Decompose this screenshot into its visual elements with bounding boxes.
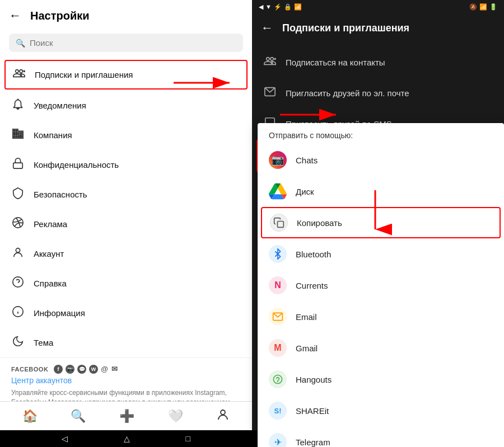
right-panel: ◀ ▼ ⚡ 🔒 📶 🔕 📶 🔋 ← Подписки и приглашения [252,0,504,447]
invite-email-label: Пригласить друзей по эл. почте [286,88,409,98]
chats-label: Chats [296,156,318,165]
left-header: ← Настройки [0,0,252,31]
drive-label: Диск [296,187,314,196]
settings-item-privacy[interactable]: Конфиденциальность [0,150,252,180]
notifications-icon [11,98,25,113]
chats-icon: 📷 [269,151,287,169]
shareit-label: SHAREit [296,406,329,416]
telegram-label: Telegram [296,437,330,447]
share-item-bluetooth[interactable]: Bluetooth [258,238,504,270]
settings-item-help[interactable]: Справка [0,269,252,298]
share-item-email[interactable]: Email [258,301,504,332]
facebook-desc: Управляйте кросс-сервисными функциями в … [11,388,241,401]
account-icon [11,246,25,261]
company-label: Компания [34,130,72,140]
share-item-drive[interactable]: Диск [258,176,504,207]
currents-label: Currents [296,281,328,290]
wifi-icon: 📶 [479,3,487,11]
svg-point-10 [221,410,225,415]
fb-icon-email: ✉ [111,365,118,374]
company-icon [11,128,25,143]
back-button-left[interactable]: ← [9,8,21,23]
ads-icon [11,217,25,232]
info-label: Информация [34,308,85,318]
settings-item-company[interactable]: Компания [0,120,252,150]
nav-profile-icon[interactable] [216,408,230,425]
settings-item-notifications[interactable]: Уведомления [0,91,252,120]
security-icon [11,187,25,202]
notifications-label: Уведомления [34,101,86,110]
share-item-copy[interactable]: Копировать [261,207,501,238]
android-home-left[interactable]: △ [124,434,130,443]
settings-list: Подписки и приглашения Уведомления Компа… [0,57,252,401]
nav-search-icon[interactable]: 🔍 [71,409,86,424]
settings-item-info[interactable]: Информация [0,298,252,328]
invite-email-item[interactable]: Пригласить друзей по эл. почте [252,78,504,109]
hangouts-icon [269,370,287,388]
account-label: Аккаунт [34,249,64,258]
bluetooth-icon [269,245,287,263]
subscriptions-icon [12,67,26,82]
invite-email-icon [263,86,277,101]
settings-item-account[interactable]: Аккаунт [0,239,252,269]
info-icon [11,305,25,321]
fb-icon-w: W [89,365,98,374]
right-title: Подписки и приглашения [282,22,409,34]
copy-icon [270,214,288,232]
nav-home-icon[interactable]: 🏠 [22,409,38,424]
svg-point-5 [13,277,23,287]
left-title: Настройки [30,10,90,22]
subscribe-contacts-item[interactable]: Подписаться на контакты [252,47,504,78]
accounts-center-link[interactable]: Центр аккаунтов [11,376,241,385]
drive-icon [269,182,287,200]
volume-icon: 🔕 [469,3,477,11]
status-bar: ◀ ▼ ⚡ 🔒 📶 🔕 📶 🔋 [252,0,504,13]
fb-icon-at: @ [101,365,108,374]
settings-item-security[interactable]: Безопасность [0,180,252,209]
search-bar[interactable]: 🔍 [9,34,243,52]
ads-label: Реклама [34,219,67,229]
share-item-currents[interactable]: N Currents [258,270,504,301]
right-header: ← Подписки и приглашения [252,13,504,43]
email-icon [269,308,287,326]
subscriptions-label: Подписки и приглашения [35,70,133,79]
subscribe-contacts-icon [263,55,277,70]
gmail-icon: M [269,339,287,357]
share-item-gmail[interactable]: M Gmail [258,332,504,364]
help-icon [11,276,25,291]
share-item-hangouts[interactable]: Hangouts [258,364,504,395]
nav-indicator-icon: ◀ [259,3,263,11]
settings-item-subscriptions[interactable]: Подписки и приглашения [4,60,248,90]
hangouts-label: Hangouts [296,375,332,384]
share-item-chats[interactable]: 📷 Chats [258,144,504,176]
telegram-icon: ✈ [269,433,287,447]
settings-item-theme[interactable]: Тема [0,328,252,357]
share-popup-header: Отправить с помощью: [258,123,504,144]
android-recents-left[interactable]: □ [186,434,190,443]
fb-icon-f: f [54,365,63,374]
currents-icon: N [269,276,287,294]
back-button-right[interactable]: ← [261,21,273,35]
bottom-nav-left: 🏠 🔍 ➕ 🤍 [0,401,252,430]
help-label: Справка [34,279,67,288]
nav-heart-icon[interactable]: 🤍 [168,409,183,424]
search-input[interactable] [30,38,236,48]
privacy-label: Конфиденциальность [34,160,119,170]
charge-icon: ⚡ [274,3,282,11]
search-icon: 🔍 [16,39,25,48]
theme-label: Тема [34,338,53,347]
share-item-shareit[interactable]: S! SHAREit [258,395,504,426]
svg-rect-2 [13,163,23,168]
nav-add-icon[interactable]: ➕ [119,409,134,424]
status-left: ◀ ▼ ⚡ 🔒 📶 [259,3,302,11]
status-right: 🔕 📶 🔋 [469,3,497,11]
share-popup: Отправить с помощью: 📷 Chats Диск [258,123,504,447]
bluetooth-label: Bluetooth [296,250,331,259]
android-back-left[interactable]: ◁ [62,434,68,443]
email-label: Email [296,312,317,322]
theme-icon [11,335,25,350]
android-nav-left: ◁ △ □ [0,430,252,447]
settings-item-ads[interactable]: Реклама [0,209,252,239]
share-item-telegram[interactable]: ✈ Telegram [258,426,504,447]
privacy-icon [11,157,25,172]
